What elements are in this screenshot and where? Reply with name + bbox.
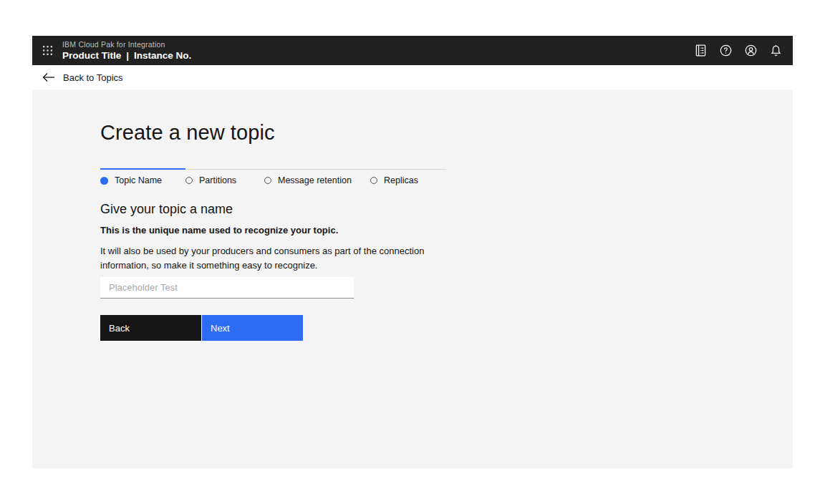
step-incomplete-icon: [370, 177, 377, 184]
wizard-content: Create a new topic Topic Name Partitions: [32, 89, 433, 341]
back-link-label: Back to Topics: [63, 72, 123, 83]
catalog-button[interactable]: [688, 36, 713, 65]
progress-step-inner: Partitions: [185, 175, 264, 185]
back-navigation-bar: Back to Topics: [32, 65, 793, 89]
progress-step-replicas[interactable]: Replicas: [370, 169, 446, 185]
wizard-button-set: Back Next: [100, 315, 433, 341]
progress-step-inner: Replicas: [370, 175, 446, 185]
header-titles: IBM Cloud Pak for Integration Product Ti…: [62, 41, 191, 60]
page-title: Create a new topic: [100, 120, 433, 145]
step-label: Topic Name: [115, 175, 162, 185]
section-subheading: This is the unique name used to recogniz…: [100, 224, 433, 236]
step-incomplete-icon: [185, 177, 193, 184]
progress-step-inner: Topic Name: [100, 175, 185, 185]
app-switcher-button[interactable]: [32, 36, 62, 65]
topic-name-input[interactable]: [100, 277, 354, 299]
next-button[interactable]: Next: [202, 315, 303, 341]
app-header: IBM Cloud Pak for Integration Product Ti…: [32, 36, 793, 65]
app-switcher-icon: [43, 46, 52, 55]
user-profile-button[interactable]: [738, 36, 763, 65]
progress-step-partitions[interactable]: Partitions: [185, 169, 264, 185]
step-label: Replicas: [384, 175, 418, 185]
catalog-icon: [694, 44, 708, 57]
product-title: Product Title: [62, 51, 121, 61]
help-icon: [719, 44, 733, 57]
progress-step-topic-name[interactable]: Topic Name: [100, 168, 185, 185]
progress-step-message-retention[interactable]: Message retention: [264, 169, 370, 185]
app-frame: IBM Cloud Pak for Integration Product Ti…: [0, 0, 825, 504]
step-incomplete-icon: [264, 177, 271, 184]
back-button[interactable]: Back: [100, 315, 201, 341]
step-label: Message retention: [278, 175, 352, 185]
progress-indicator: Topic Name Partitions Message retention: [100, 168, 446, 185]
back-to-topics-link[interactable]: Back to Topics: [32, 72, 123, 83]
instance-label: Instance No.: [134, 51, 191, 61]
wizard-panel: Create a new topic Topic Name Partitions: [32, 89, 793, 468]
notifications-icon: [769, 44, 783, 57]
step-current-icon: [100, 177, 108, 185]
progress-step-inner: Message retention: [264, 175, 370, 185]
header-title-row: Product Title | Instance No.: [62, 51, 191, 61]
step-label: Partitions: [199, 175, 236, 185]
back-arrow-icon: [42, 72, 55, 82]
header-actions: [688, 36, 793, 65]
user-avatar-icon: [744, 44, 758, 57]
section-description: It will also be used by your producers a…: [100, 244, 433, 272]
notifications-button[interactable]: [763, 36, 788, 65]
section-heading: Give your topic a name: [100, 201, 433, 218]
help-button[interactable]: [713, 36, 738, 65]
title-separator: |: [126, 51, 129, 61]
header-eyebrow: IBM Cloud Pak for Integration: [62, 41, 191, 49]
